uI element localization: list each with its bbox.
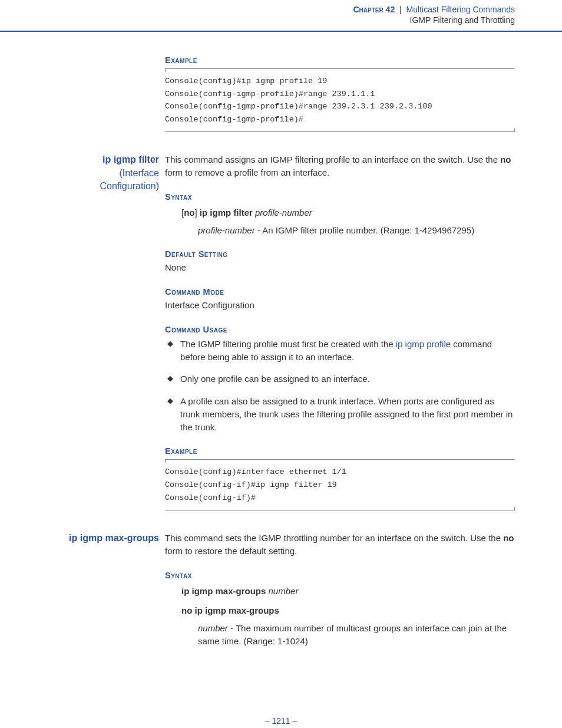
page-body: Example Console(config)#ip igmp profile … bbox=[0, 55, 562, 693]
example-heading-2: Example bbox=[165, 446, 515, 456]
desc2-pre: This command sets the IGMP throttling nu… bbox=[165, 533, 503, 543]
desc-post: form to remove a profile from an interfa… bbox=[165, 167, 329, 177]
code-block-2: Console(config)#interface ethernet 1/1 C… bbox=[165, 459, 515, 510]
desc2-bold: no bbox=[503, 533, 514, 543]
syntax2-line1: ip igmp max-groups number bbox=[181, 585, 515, 598]
page-header: Chapter 42 | Multicast Filtering Command… bbox=[0, 0, 562, 32]
code-block: Console(config)#ip igmp profile 19 Conso… bbox=[165, 68, 515, 132]
link-ip-igmp-profile[interactable]: ip igmp profile bbox=[396, 339, 451, 349]
chapter-title: Multicast Filtering Commands bbox=[406, 5, 515, 14]
command-context-2: Configuration) bbox=[41, 180, 159, 193]
page-footer: – 1211 – bbox=[0, 693, 562, 728]
syntax-heading: Syntax bbox=[165, 192, 515, 202]
usage-item-3: A profile can also be assigned to a trun… bbox=[167, 395, 515, 433]
arg2-name: number bbox=[198, 623, 228, 633]
section-ip-igmp-max-groups: ip igmp max-groups This command sets the… bbox=[41, 532, 515, 648]
syntax-line: [no] ip igmp filter profile-number bbox=[181, 206, 515, 219]
chapter-line: Chapter 42 | Multicast Filtering Command… bbox=[0, 5, 515, 14]
syntax-no: no bbox=[184, 207, 194, 218]
desc-pre: This command assigns an IGMP filtering p… bbox=[165, 154, 500, 164]
command-name: ip igmp filter bbox=[41, 153, 159, 166]
rbracket: ] bbox=[195, 207, 200, 218]
usage-item-2: Only one profile can be assigned to an i… bbox=[167, 373, 515, 386]
command-context-1: (Interface bbox=[41, 167, 159, 180]
arg-desc: - An IGMP filter profile number. (Range:… bbox=[255, 225, 474, 235]
syntax2-line2: no ip igmp max-groups bbox=[181, 604, 515, 617]
arg-name: profile-number bbox=[198, 225, 255, 235]
command-description-2: This command sets the IGMP throttling nu… bbox=[165, 532, 515, 558]
syntax-arg-desc: profile-number - An IGMP filter profile … bbox=[198, 224, 515, 237]
syntax-heading-2: Syntax bbox=[165, 571, 515, 580]
desc2-post: form to restore the default setting. bbox=[165, 546, 297, 556]
usage-item-1: The IGMP filtering profile must first be… bbox=[167, 338, 515, 364]
command-name-2: ip igmp max-groups bbox=[41, 532, 159, 545]
syntax2-cmd: ip igmp max-groups bbox=[181, 586, 266, 596]
example-heading: Example bbox=[165, 55, 515, 65]
default-heading: Default Setting bbox=[165, 249, 515, 259]
default-value: None bbox=[165, 261, 515, 274]
section-ip-igmp-filter: ip igmp filter (Interface Configuration)… bbox=[41, 153, 515, 510]
chapter-label: Chapter 42 bbox=[353, 5, 395, 14]
desc-bold: no bbox=[500, 154, 511, 164]
arg2-desc: - The maximum number of multicast groups… bbox=[198, 623, 507, 646]
syntax2-arg: number bbox=[266, 586, 298, 596]
syntax-cmd: ip igmp filter bbox=[200, 207, 253, 218]
section-example-top: Example Console(config)#ip igmp profile … bbox=[41, 55, 515, 132]
mode-value: Interface Configuration bbox=[165, 299, 515, 312]
syntax2-arg-desc: number - The maximum number of multicast… bbox=[198, 622, 515, 648]
header-subtitle: IGMP Filtering and Throttling bbox=[0, 15, 515, 25]
usage-list: The IGMP filtering profile must first be… bbox=[165, 338, 515, 434]
bullet1-pre: The IGMP filtering profile must first be… bbox=[180, 339, 396, 349]
syntax-arg: profile-number bbox=[253, 207, 312, 218]
header-divider: | bbox=[399, 5, 402, 14]
mode-heading: Command Mode bbox=[165, 287, 515, 297]
command-description: This command assigns an IGMP filtering p… bbox=[165, 153, 515, 179]
usage-heading: Command Usage bbox=[165, 325, 515, 334]
